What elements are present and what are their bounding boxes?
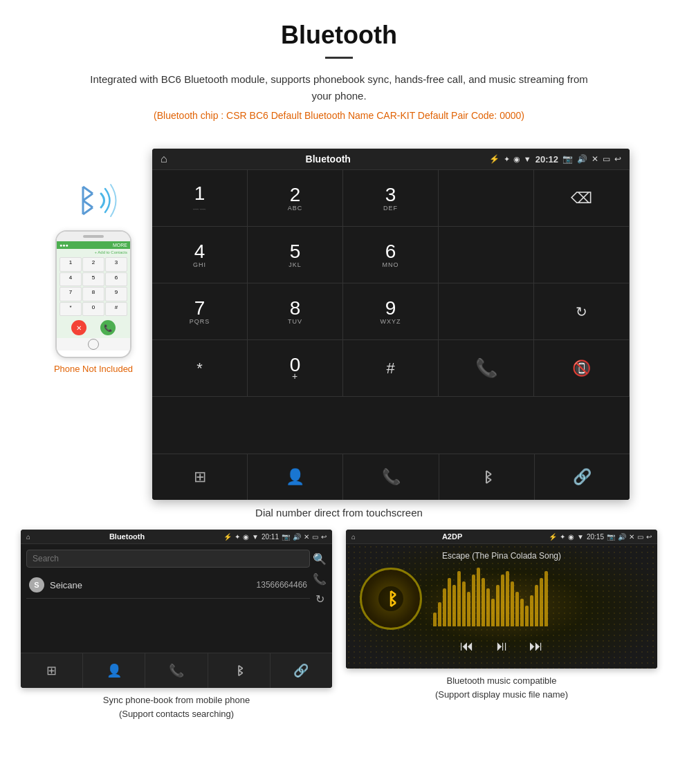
pb-search-side-icon[interactable]: 🔍 [313, 552, 327, 566]
svg-line-9 [486, 480, 491, 483]
next-track-button[interactable]: ⏭ [529, 638, 543, 654]
mus-win-icon[interactable]: ▭ [637, 533, 643, 541]
svg-line-13 [239, 671, 243, 673]
svg-line-2 [83, 194, 93, 200]
page-description: Integrated with BC6 Bluetooth module, su… [90, 71, 588, 104]
pb-tab-contacts[interactable]: 👤 [83, 653, 145, 688]
tab-settings[interactable]: 🔗 [535, 454, 630, 500]
dial-key-1[interactable]: 1 ﹏﹏ [152, 170, 248, 227]
album-art [360, 568, 422, 630]
music-caption: Bluetooth music compatible (Support disp… [435, 674, 568, 701]
pb-tab-link[interactable]: 🔗 [271, 653, 332, 688]
phone-not-included-label: Phone Not Included [54, 364, 133, 374]
mus-usb-icon: ⚡ [549, 533, 557, 541]
pb-call-side-icon[interactable]: 📞 [313, 572, 327, 586]
contact-number: 13566664466 [257, 580, 307, 590]
pb-tab-bluetooth[interactable] [208, 653, 271, 688]
page-specs: (Bluetooth chip : CSR BC6 Default Blueto… [14, 110, 664, 121]
mus-vol-icon[interactable]: 🔊 [618, 533, 626, 541]
pb-tab-phone[interactable]: 📞 [145, 653, 208, 688]
dial-key-6[interactable]: 6 MNO [343, 227, 439, 283]
search-row [26, 550, 310, 568]
dial-key-2[interactable]: 2 ABC [248, 170, 343, 227]
dial-key-9[interactable]: 9 WXYZ [343, 283, 439, 340]
contact-name: Seicane [50, 580, 251, 590]
music-screen-title: A2DP [358, 532, 546, 541]
end-call-button[interactable]: 📵 [534, 340, 630, 397]
contact-letter: S [29, 577, 44, 592]
tab-bluetooth[interactable] [439, 454, 535, 500]
usb-icon: ⚡ [489, 154, 500, 164]
mus-loc-icon: ◉ [568, 533, 574, 541]
home-icon[interactable]: ⌂ [161, 153, 167, 165]
mus-bt-icon: ✦ [560, 533, 565, 541]
svg-line-11 [239, 666, 243, 669]
tab-phone[interactable]: 📞 [343, 454, 439, 500]
music-body: Escape (The Pina Colada Song) [346, 544, 657, 669]
backspace-button[interactable]: ⌫ [534, 170, 630, 227]
dial-key-4[interactable]: 4 GHI [152, 227, 248, 283]
call-button[interactable]: 📞 [439, 340, 534, 397]
svg-line-4 [83, 207, 93, 214]
pb-close-icon[interactable]: ✕ [304, 533, 309, 541]
dial-key-5[interactable]: 5 JKL [248, 227, 343, 283]
dial-key-3[interactable]: 3 DEF [343, 170, 439, 227]
phonebook-statusbar: ⌂ Bluetooth ⚡ ✦ ◉ ▼ 20:11 📷 🔊 ✕ ▭ ↩ [21, 530, 332, 544]
pb-bt-icon: ✦ [235, 533, 240, 541]
music-statusbar: ⌂ A2DP ⚡ ✦ ◉ ▼ 20:15 📷 🔊 ✕ ▭ ↩ [346, 530, 657, 544]
music-visualizer [433, 571, 643, 626]
mus-back-icon[interactable]: ↩ [646, 533, 652, 541]
redial-button[interactable]: ↻ [534, 283, 630, 340]
svg-line-8 [486, 477, 491, 480]
mus-time: 20:15 [587, 533, 604, 541]
mus-home-icon[interactable]: ⌂ [351, 533, 356, 541]
close-icon[interactable]: ✕ [592, 154, 598, 164]
mus-close-icon[interactable]: ✕ [629, 533, 634, 541]
pb-vol-icon[interactable]: 🔊 [293, 533, 301, 541]
tab-contacts[interactable]: 👤 [248, 454, 343, 500]
pb-win-icon[interactable]: ▭ [312, 533, 318, 541]
search-input[interactable] [26, 550, 310, 568]
pb-back-icon[interactable]: ↩ [321, 533, 327, 541]
display-area [439, 170, 534, 227]
camera-icon[interactable]: 📷 [562, 154, 573, 164]
dial-key-7[interactable]: 7 PQRS [152, 283, 248, 340]
music-item: ⌂ A2DP ⚡ ✦ ◉ ▼ 20:15 📷 🔊 ✕ ▭ ↩ Escape (T… [346, 530, 657, 720]
contact-row[interactable]: S Seicane 13566664466 [26, 572, 310, 599]
pb-refresh-icon[interactable]: ↻ [315, 592, 324, 606]
mus-cam-icon[interactable]: 📷 [607, 533, 615, 541]
phonebook-layout: S Seicane 13566664466 🔍 📞 ↻ [26, 550, 327, 608]
phonebook-caption: Sync phone-book from mobile phone (Suppo… [103, 693, 250, 720]
play-pause-button[interactable]: ⏯ [495, 638, 508, 654]
dial-key-8[interactable]: 8 TUV [248, 283, 343, 340]
tab-dialpad[interactable]: ⊞ [152, 454, 248, 500]
title-divider [325, 57, 353, 59]
status-icons: ✦ ◉ ▼ [504, 155, 531, 164]
svg-line-12 [239, 669, 243, 671]
dial-key-0[interactable]: 0 + [248, 340, 343, 397]
spacer-cell [534, 227, 630, 283]
dialpad-grid: 1 ﹏﹏ 2 ABC 3 DEF ⌫ 4 GHI 5 JKL [152, 170, 630, 454]
pb-screen-title: Bluetooth [33, 532, 221, 541]
window-icon[interactable]: ▭ [603, 154, 610, 164]
volume-icon[interactable]: 🔊 [577, 154, 587, 164]
dial-screen: ⌂ Bluetooth ⚡ ✦ ◉ ▼ 20:12 📷 🔊 ✕ ▭ ↩ 1 ﹏﹏… [152, 149, 630, 500]
dial-screen-title: Bluetooth [172, 153, 485, 165]
dial-tab-bar: ⊞ 👤 📞 🔗 [152, 454, 630, 500]
pb-wifi-icon: ▼ [252, 533, 259, 541]
song-title: Escape (The Pina Colada Song) [442, 551, 561, 561]
back-icon[interactable]: ↩ [614, 154, 621, 164]
music-controls: ⏮ ⏯ ⏭ [460, 630, 543, 657]
main-section: ●●● MORE + Add to Contacts 1 2 3 4 5 6 7… [0, 142, 678, 500]
music-content: Escape (The Pina Colada Song) [353, 551, 650, 657]
dial-key-hash[interactable]: # [343, 340, 439, 397]
phonebook-tab-bar: ⊞ 👤 📞 🔗 [21, 653, 332, 688]
dial-statusbar: ⌂ Bluetooth ⚡ ✦ ◉ ▼ 20:12 📷 🔊 ✕ ▭ ↩ [152, 149, 630, 170]
pb-usb-icon: ⚡ [223, 533, 232, 541]
pb-tab-dialpad[interactable]: ⊞ [21, 653, 83, 688]
pb-cam-icon[interactable]: 📷 [282, 533, 290, 541]
dial-key-star[interactable]: * [152, 340, 248, 397]
pb-home-icon[interactable]: ⌂ [26, 533, 30, 541]
prev-track-button[interactable]: ⏮ [460, 638, 474, 654]
bottom-screenshots: ⌂ Bluetooth ⚡ ✦ ◉ ▼ 20:11 📷 🔊 ✕ ▭ ↩ [0, 530, 678, 727]
